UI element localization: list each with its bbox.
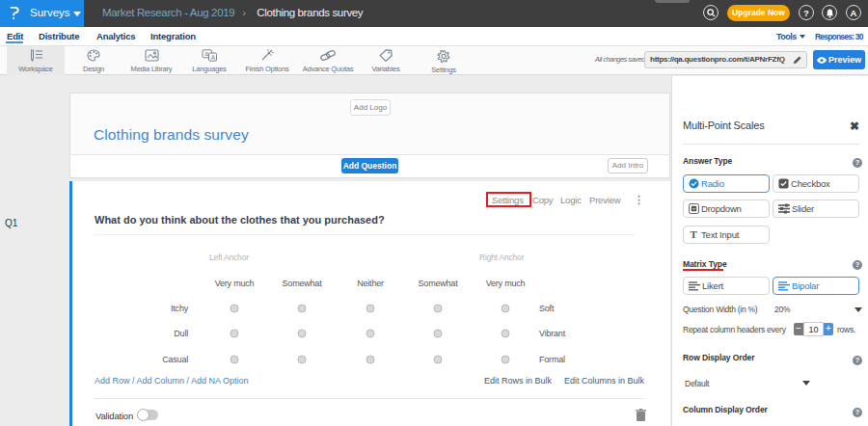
svg-text:A: A [211,54,216,61]
svg-text:T: T [690,229,697,240]
svg-text:a: a [204,50,208,57]
